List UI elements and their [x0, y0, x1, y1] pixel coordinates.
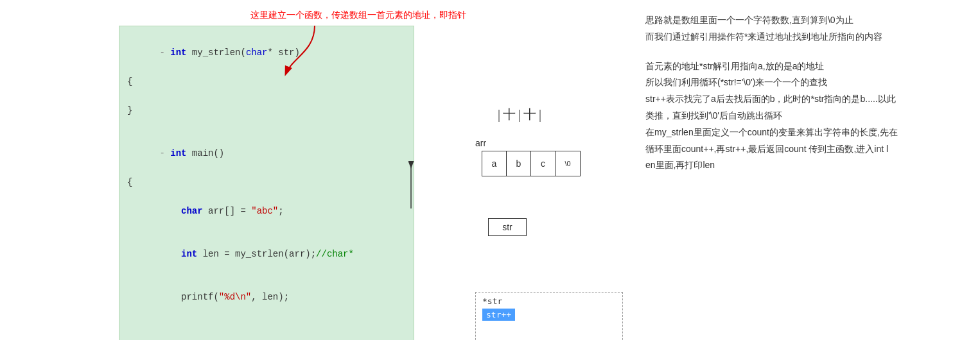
diagram-section: |十|十| arr a b c \0 str *str str++ [440, 13, 633, 340]
code-line-11 [127, 319, 406, 333]
memory-cell-a: a [482, 151, 507, 176]
code-text2: * str) [267, 47, 299, 58]
str-box: str [488, 218, 527, 236]
code-line-9: int len = my_strlen(arr);//char* [127, 232, 406, 275]
code-line-3 [127, 89, 406, 103]
bracket-diagram: |十|十| [498, 106, 544, 123]
code-int-keyword: int [170, 47, 186, 58]
code-text: my_strlen( [186, 47, 245, 58]
code-line-2: { [127, 74, 406, 89]
memory-cell-c: c [531, 151, 556, 176]
code-line-6: - int main() [127, 132, 406, 175]
code-len-text: len = my_strlen(arr); [197, 249, 316, 259]
dashed-str-label: *str [482, 296, 616, 306]
code-line-8: char arr[] = "abc"; [127, 189, 406, 232]
code-indent3 [159, 292, 181, 302]
dashed-strpp-label: str++ [482, 309, 515, 321]
code-line-12: return 0; [127, 333, 406, 340]
memory-box: a b c \0 [482, 151, 581, 176]
exp-desc2: 所以我们利用循环(*str!='\0')来一个一个的查找 [645, 75, 980, 90]
exp-desc7: en里面,再打印len [645, 158, 980, 173]
code-char-type: char [246, 47, 268, 58]
code-printf-text: printf( [181, 292, 219, 302]
memory-cell-b: b [507, 151, 531, 176]
exp-desc5: 在my_strlen里面定义一个count的变量来算出字符串的长度,先在 [645, 125, 980, 140]
exp-desc4: 类推，直到找到'\0'后自动跳出循环 [645, 108, 980, 124]
code-block: - int my_strlen(char* str) { } - int mai… [119, 26, 414, 340]
exp-desc3: str++表示找完了a后去找后面的b，此时的*str指向的是b.....以此 [645, 92, 980, 107]
top-annotation: 这里建立一个函数，传递数组一首元素的地址，即指针 [250, 10, 466, 21]
code-string-abc: "abc" [251, 206, 278, 216]
code-indent2 [159, 249, 181, 259]
code-comment: //char* [316, 249, 354, 259]
code-char-kw: char [181, 206, 203, 216]
dashed-memory-box: *str str++ [475, 292, 623, 340]
code-int-kw3: int [181, 249, 197, 259]
code-main-text: main() [186, 148, 224, 158]
code-arr-text: arr[] = [203, 206, 252, 216]
arr-label: arr [475, 138, 486, 148]
code-line-7: { [127, 175, 406, 189]
code-line-10: printf("%d\n", len); [127, 276, 406, 319]
exp-line-2: 而我们通过解引用操作符*来通过地址找到地址所指向的内容 [645, 30, 980, 45]
code-indent [159, 206, 181, 216]
code-format-string: "%d\n" [219, 292, 251, 302]
dashed-box-content: *str str++ [476, 293, 622, 325]
exp-desc1: 首元素的地址*str解引用指向a,放的是a的地址 [645, 59, 980, 74]
bracket-text: |十|十| [498, 107, 544, 121]
code-int-keyword2: int [170, 148, 186, 158]
code-line-5 [127, 117, 406, 132]
code-line-1: - int my_strlen(char* str) [127, 31, 406, 74]
code-line-4: } [127, 103, 406, 117]
memory-cell-null: \0 [556, 151, 580, 176]
code-minus: - [159, 47, 170, 58]
exp-desc6: 循环里面count++,再str++,最后返回count 传到主函数,进入int… [645, 142, 980, 157]
explanation-section: 思路就是数组里面一个一个字符数数,直到算到\0为止 而我们通过解引用操作符*来通… [645, 13, 980, 340]
exp-line-1: 思路就是数组里面一个一个字符数数,直到算到\0为止 [645, 13, 980, 28]
code-semicolon: ; [278, 206, 283, 216]
code-printf-end: , len); [251, 292, 289, 302]
code-minus2: - [159, 148, 170, 158]
